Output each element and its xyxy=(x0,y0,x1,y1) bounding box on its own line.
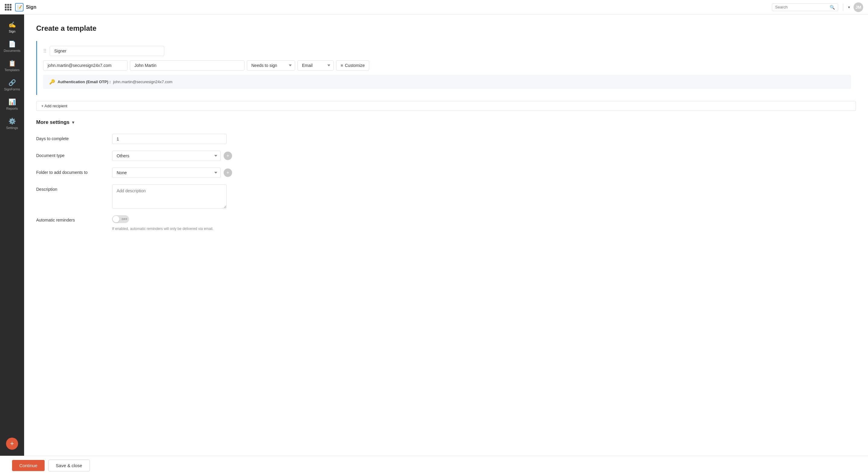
folder-select-wrapper: None Folder 1 Folder 2 + xyxy=(112,167,232,178)
sidebar-item-settings[interactable]: ⚙️ Settings xyxy=(1,115,23,133)
sidebar-item-documents-label: Documents xyxy=(4,49,21,53)
signer-role-input[interactable] xyxy=(50,46,164,56)
document-type-row: Document type Others Contract Invoice ND… xyxy=(36,151,856,161)
app-logo: 📝 Sign xyxy=(15,3,36,11)
lock-icon: 🔑 xyxy=(49,79,55,85)
signer-header: ⠿ xyxy=(43,46,851,56)
customize-icon: ≡ xyxy=(341,63,343,68)
days-to-complete-row: Days to complete xyxy=(36,134,856,144)
avatar[interactable]: JM xyxy=(854,2,863,12)
sign-icon: ✍️ xyxy=(8,21,16,28)
save-close-label: Save & close xyxy=(56,463,82,468)
search-input[interactable] xyxy=(775,5,827,9)
folder-row: Folder to add documents to None Folder 1… xyxy=(36,167,856,178)
signer-card: ⠿ Needs to sign Needs to view Needs to f… xyxy=(36,41,856,95)
search-bar[interactable]: 🔍 xyxy=(772,3,838,11)
reminders-toggle-wrapper: OFF xyxy=(112,215,213,223)
add-icon: + xyxy=(10,440,14,448)
continue-label: Continue xyxy=(19,463,37,468)
sidebar-item-documents[interactable]: 📄 Documents xyxy=(1,37,23,56)
add-button[interactable]: + xyxy=(6,438,18,450)
sidebar-item-templates[interactable]: 📋 Templates xyxy=(1,57,23,75)
sidebar-item-sign-label: Sign xyxy=(9,30,16,33)
sidebar-item-reports[interactable]: 📊 Reports xyxy=(1,95,23,113)
app-name: Sign xyxy=(26,4,36,10)
reminders-hint: If enabled, automatic reminders will onl… xyxy=(112,227,213,231)
description-label: Description xyxy=(36,185,102,192)
document-type-label: Document type xyxy=(36,151,102,158)
signer-name-input[interactable] xyxy=(130,60,244,70)
signer-action-select[interactable]: Needs to sign Needs to view Needs to fil… xyxy=(247,60,295,70)
sidebar-item-signforms-label: SignForms xyxy=(4,87,20,91)
continue-button[interactable]: Continue xyxy=(12,460,44,471)
templates-icon: 📋 xyxy=(8,60,16,67)
documents-icon: 📄 xyxy=(8,40,16,48)
signer-email-input[interactable] xyxy=(43,60,127,70)
topbar: 📝 Sign 🔍 ▾ JM xyxy=(0,0,868,14)
document-type-select[interactable]: Others Contract Invoice NDA xyxy=(112,151,221,161)
days-to-complete-input[interactable] xyxy=(112,134,227,144)
folder-label: Folder to add documents to xyxy=(36,167,102,175)
folder-add-button[interactable]: + xyxy=(224,168,232,177)
signer-delivery-select[interactable]: Email SMS None xyxy=(298,60,334,70)
page-title: Create a template xyxy=(36,24,856,33)
settings-rows: Days to complete Document type Others Co… xyxy=(36,134,856,231)
add-recipient-label: + Add recipient xyxy=(41,104,67,108)
drag-handle-icon[interactable]: ⠿ xyxy=(43,48,47,54)
sidebar: ✍️ Sign 📄 Documents 📋 Templates 🔗 SignFo… xyxy=(0,14,24,456)
sidebar-item-reports-label: Reports xyxy=(6,107,18,110)
days-to-complete-label: Days to complete xyxy=(36,134,102,141)
search-icon: 🔍 xyxy=(830,5,835,10)
document-type-select-wrapper: Others Contract Invoice NDA + xyxy=(112,151,232,161)
auth-row: 🔑 Authentication (Email OTP) : john.mart… xyxy=(43,75,851,89)
divider xyxy=(843,4,843,11)
sidebar-item-sign[interactable]: ✍️ Sign xyxy=(1,18,23,36)
signer-fields: Needs to sign Needs to view Needs to fil… xyxy=(43,60,851,70)
auth-value: john.martin@securesign24x7.com xyxy=(113,80,173,84)
customize-button[interactable]: ≡ Customize xyxy=(336,60,369,70)
folder-select[interactable]: None Folder 1 Folder 2 xyxy=(112,167,221,178)
apps-icon[interactable] xyxy=(5,4,11,10)
reminders-row: Automatic reminders OFF If enabled, auto… xyxy=(36,215,856,231)
reminders-toggle[interactable]: OFF xyxy=(112,215,129,223)
sidebar-item-templates-label: Templates xyxy=(4,68,20,72)
sidebar-item-settings-label: Settings xyxy=(6,126,18,130)
add-recipient-button[interactable]: + Add recipient xyxy=(36,101,856,111)
reports-icon: 📊 xyxy=(8,98,16,105)
topbar-chevron-icon[interactable]: ▾ xyxy=(848,5,850,9)
save-close-button[interactable]: Save & close xyxy=(48,460,90,471)
signforms-icon: 🔗 xyxy=(8,79,16,86)
reminders-label: Automatic reminders xyxy=(36,215,102,222)
main-layout: ✍️ Sign 📄 Documents 📋 Templates 🔗 SignFo… xyxy=(0,14,868,456)
description-textarea[interactable] xyxy=(112,185,227,209)
toggle-thumb xyxy=(113,216,119,222)
logo-icon: 📝 xyxy=(15,3,24,11)
customize-label: Customize xyxy=(345,63,365,68)
settings-icon: ⚙️ xyxy=(8,118,16,125)
bottom-bar: Continue Save & close xyxy=(0,456,868,475)
toggle-off-label: OFF xyxy=(122,218,128,221)
auth-label: Authentication (Email OTP) : xyxy=(58,80,111,84)
document-type-add-button[interactable]: + xyxy=(224,152,232,160)
chevron-down-icon: ▾ xyxy=(72,120,74,125)
sidebar-item-signforms[interactable]: 🔗 SignForms xyxy=(1,76,23,94)
more-settings-header[interactable]: More settings ▾ xyxy=(36,119,856,125)
description-row: Description xyxy=(36,185,856,209)
more-settings-title: More settings xyxy=(36,119,70,125)
content-area: Create a template ⠿ Needs to sign Needs … xyxy=(24,14,868,456)
